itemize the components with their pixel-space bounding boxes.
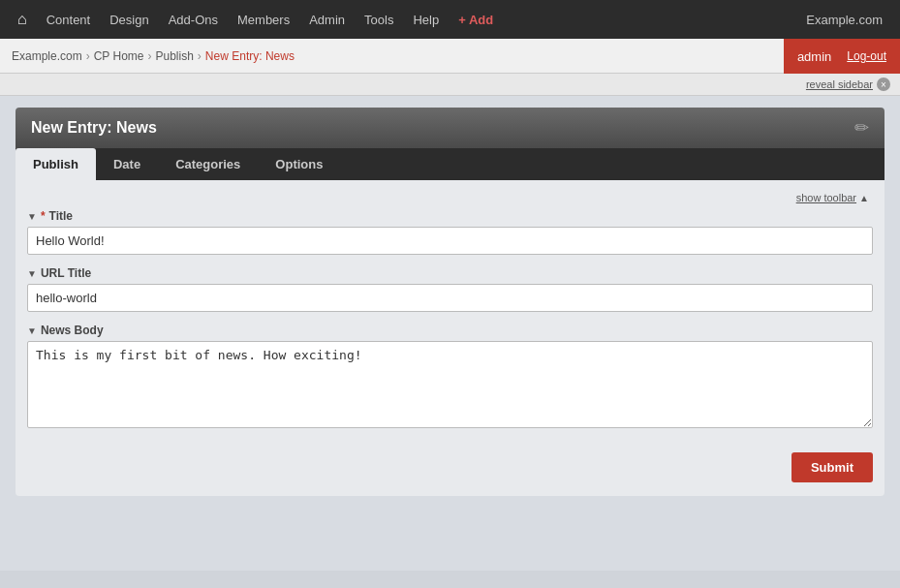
nav-members[interactable]: Members [228,7,299,33]
news-body-field-section: ▼ News Body This is my first bit of news… [27,324,873,431]
news-body-arrow: ▼ [27,325,37,336]
submit-row: Submit [27,443,873,486]
admin-username: admin [797,49,831,64]
nav-design[interactable]: Design [100,7,158,33]
breadcrumb-current: New Entry: News [205,49,295,63]
page-title: New Entry: News [31,119,157,137]
nav-content[interactable]: Content [37,7,101,33]
breadcrumb-sep-2: › [148,49,152,63]
tab-publish[interactable]: Publish [16,148,96,180]
news-body-textarea[interactable]: This is my first bit of news. How exciti… [27,341,873,428]
url-title-arrow: ▼ [27,268,37,279]
show-toolbar-link[interactable]: show toolbar [796,192,856,203]
nav-help[interactable]: Help [403,7,449,33]
toolbar-row: show toolbar ▲ [27,190,873,209]
title-input[interactable] [27,227,873,255]
edit-icon: ✏ [854,117,869,139]
url-title-input[interactable] [27,284,873,312]
reveal-sidebar-link[interactable]: reveal sidebar [806,78,873,90]
nav-addons[interactable]: Add-Ons [159,7,228,33]
title-required-star: * [41,209,46,223]
main-content: New Entry: News ✏ Publish Date Categorie… [0,96,900,571]
tab-options[interactable]: Options [258,148,340,180]
form-area: show toolbar ▲ ▼ * Title ▼ URL Title ▼ N [16,180,884,496]
breadcrumb-cp-home[interactable]: CP Home [94,49,144,63]
page-header: New Entry: News ✏ [16,108,884,148]
home-icon[interactable]: ⌂ [8,5,37,34]
url-title-label-text: URL Title [41,266,91,280]
breadcrumb-bar: Example.com › CP Home › Publish › New En… [0,39,784,74]
title-label-text: Title [49,209,73,223]
nav-admin[interactable]: Admin [299,7,355,33]
close-reveal-icon[interactable]: × [877,77,890,91]
top-nav: ⌂ Content Design Add-Ons Members Admin T… [0,0,900,39]
breadcrumb-sep-3: › [198,49,202,63]
title-arrow: ▼ [27,211,37,222]
breadcrumb-home[interactable]: Example.com [12,49,82,63]
news-body-label: ▼ News Body [27,324,873,337]
submit-button[interactable]: Submit [791,452,873,482]
news-body-label-text: News Body [41,324,104,337]
breadcrumb-sep-1: › [86,49,90,63]
toolbar-icon: ▲ [859,193,869,203]
title-label: ▼ * Title [27,209,873,223]
tabs-bar: Publish Date Categories Options [16,148,884,180]
url-title-label: ▼ URL Title [27,266,873,280]
breadcrumb-publish[interactable]: Publish [156,49,194,63]
tab-categories[interactable]: Categories [158,148,258,180]
nav-tools[interactable]: Tools [355,7,403,33]
nav-site: Example.com [796,7,892,33]
admin-bar: admin Log-out [784,39,900,74]
logout-button[interactable]: Log-out [847,49,886,63]
nav-add[interactable]: + Add [449,7,503,33]
title-field-section: ▼ * Title [27,209,873,255]
tab-date[interactable]: Date [96,148,158,180]
url-title-field-section: ▼ URL Title [27,266,873,312]
reveal-bar: reveal sidebar × [0,74,900,96]
